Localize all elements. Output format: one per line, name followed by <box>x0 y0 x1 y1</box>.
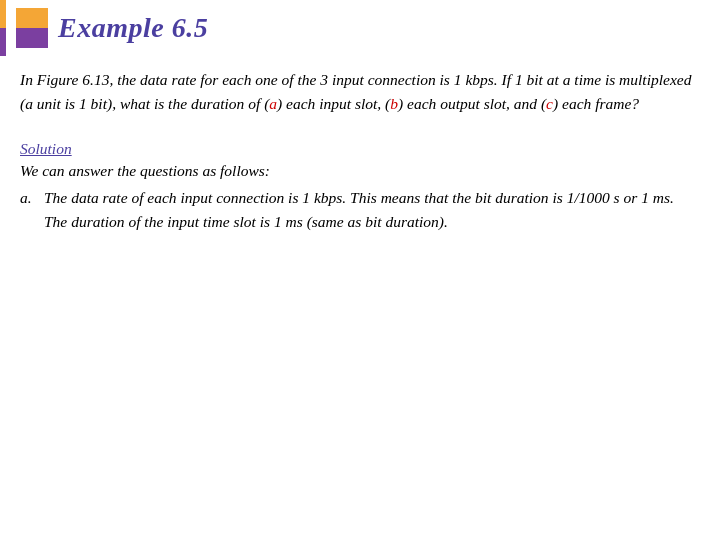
highlight-a: a <box>269 95 277 112</box>
highlight-c: c <box>546 95 553 112</box>
block-bottom <box>16 28 48 48</box>
problem-paragraph: In Figure 6.13, the data rate for each o… <box>20 68 700 116</box>
header-bar: Example 6.5 <box>0 0 720 56</box>
slide-container: Example 6.5 In Figure 6.13, the data rat… <box>0 0 720 540</box>
block-top <box>16 8 48 28</box>
solution-label: Solution <box>20 140 700 158</box>
solution-item-a: a. The data rate of each input connectio… <box>20 186 700 234</box>
item-a-label: a. <box>20 186 38 210</box>
item-a-content: The data rate of each input connection i… <box>44 186 700 234</box>
content-area: In Figure 6.13, the data rate for each o… <box>0 68 720 254</box>
slide-title: Example 6.5 <box>58 12 208 44</box>
solution-section: Solution We can answer the questions as … <box>20 140 700 234</box>
color-blocks <box>16 8 48 48</box>
highlight-b: b <box>390 95 398 112</box>
solution-intro: We can answer the questions as follows: <box>20 162 700 180</box>
left-accent-bar <box>0 0 6 56</box>
